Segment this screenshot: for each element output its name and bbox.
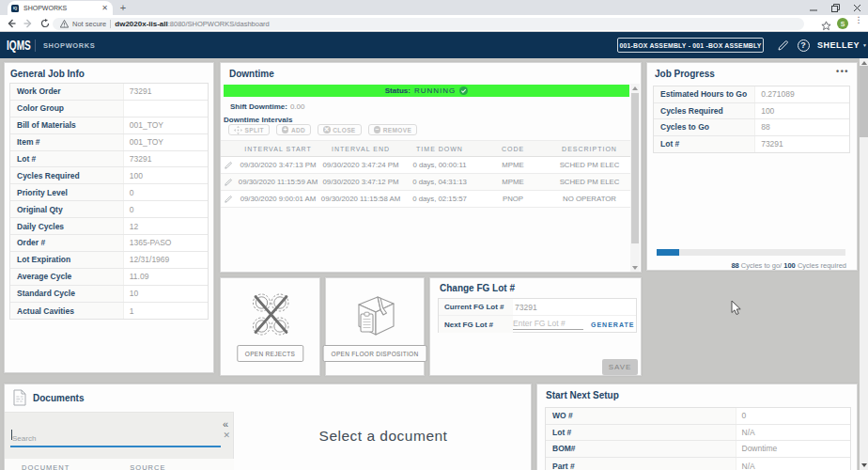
- progress-bar-fill: [657, 249, 679, 256]
- browser-tab-strip: IQ SHOPWORKS ✕ +: [0, 0, 868, 15]
- current-fg-lot-row: Current FG Lot # 73291: [439, 299, 636, 316]
- collapse-sidebar-icon[interactable]: «: [223, 418, 228, 430]
- new-tab-button[interactable]: +: [118, 4, 128, 13]
- search-row: ✕: [10, 428, 221, 447]
- job-progress-panel: Job Progress ••• Estimated Hours to Go0.…: [646, 62, 858, 271]
- table-row: Standard Cycle10: [10, 286, 208, 303]
- start-next-setup-title: Start Next Setup: [546, 390, 619, 400]
- table-row: Cycles to Go88: [654, 119, 849, 136]
- browser-tab[interactable]: IQ SHOPWORKS ✕: [8, 1, 113, 15]
- remove-button[interactable]: −REMOVE: [368, 124, 418, 135]
- minus-circle-icon: −: [374, 126, 381, 133]
- logo-divider: [35, 39, 36, 52]
- warning-icon: [60, 20, 69, 28]
- split-icon: [234, 126, 242, 134]
- user-menu[interactable]: SHELLEY ▼: [817, 39, 867, 52]
- documents-column-headers: DOCUMENT SOURCE: [5, 459, 234, 470]
- save-button[interactable]: SAVE: [602, 359, 638, 375]
- refresh-icon[interactable]: [38, 16, 53, 31]
- tab-close-icon[interactable]: ✕: [101, 5, 108, 12]
- add-button[interactable]: +ADD: [276, 124, 311, 135]
- rejects-gears-icon: [249, 290, 292, 343]
- document-icon: [13, 389, 26, 410]
- table-row: Lot #N/A: [546, 425, 850, 442]
- close-button[interactable]: ✕CLOSE: [318, 124, 361, 135]
- scroll-up-icon[interactable]: [630, 84, 640, 92]
- table-row: Estimated Hours to Go0.271089: [654, 86, 849, 103]
- downtime-scrollbar[interactable]: [630, 84, 640, 272]
- edit-pencil-icon[interactable]: [221, 196, 236, 203]
- tab-title: SHOPWORKS: [23, 5, 101, 11]
- clear-search-icon[interactable]: ✕: [223, 431, 230, 440]
- panel-menu-icon[interactable]: •••: [836, 67, 849, 76]
- window-controls: [803, 0, 868, 15]
- fg-lot-form: Current FG Lot # 73291 Next FG Lot # GEN…: [438, 298, 637, 333]
- shift-downtime: Shift Downtime:0.00: [230, 102, 304, 111]
- url-path[interactable]: :8080/SHOPWORKS/dashboard: [168, 20, 270, 28]
- favicon-icon: IQ: [11, 5, 19, 12]
- change-fg-lot-title: Change FG Lot #: [440, 283, 515, 293]
- box-icon: [349, 290, 400, 345]
- table-row: Original Qty0: [10, 201, 208, 218]
- window-close-icon[interactable]: [846, 0, 868, 15]
- general-job-info-title: General Job Info: [10, 69, 85, 79]
- page-scrollbar-thumb[interactable]: [860, 66, 868, 137]
- page-scroll-up-icon[interactable]: [860, 58, 868, 67]
- floor-disposition-card: OPEN FLOOR DISPOSITION: [325, 277, 425, 376]
- progress-text: 88 Cycles to go/ 100 Cycles required: [731, 261, 846, 270]
- table-row: Average Cycle11.09: [10, 269, 208, 286]
- generate-link[interactable]: GENERATE: [591, 321, 634, 328]
- table-row: Part #N/A: [546, 458, 850, 470]
- open-rejects-button[interactable]: OPEN REJECTS: [237, 345, 303, 362]
- table-row: Lot #73291: [10, 151, 208, 168]
- iqms-logo: IQMS: [7, 38, 23, 53]
- scroll-down-icon[interactable]: [630, 263, 640, 272]
- not-secure-label[interactable]: Not secure: [72, 20, 106, 28]
- text-caret: [11, 430, 12, 440]
- forward-icon[interactable]: [21, 16, 36, 31]
- window-minimize-icon[interactable]: [803, 0, 825, 15]
- back-icon[interactable]: [4, 16, 19, 31]
- table-row: Lot #73291: [654, 136, 849, 153]
- window-restore-icon[interactable]: [825, 0, 846, 15]
- browser-profile-avatar[interactable]: S: [837, 18, 848, 29]
- table-row: BOM#Downtime: [546, 441, 850, 458]
- x-circle-icon: ✕: [323, 126, 331, 133]
- address-bar[interactable]: Not secure dw2020x-iis-all:8080/SHOPWORK…: [53, 18, 804, 30]
- url-host[interactable]: dw2020x-iis-all: [115, 20, 167, 28]
- table-row: Lot Expiration12/31/1969: [10, 252, 208, 269]
- job-progress-title: Job Progress: [655, 69, 715, 79]
- user-name: SHELLEY: [817, 40, 860, 50]
- table-row: Bill of Materials001_TOY: [10, 118, 208, 134]
- open-floor-disposition-button[interactable]: OPEN FLOOR DISPOSITION: [323, 345, 427, 362]
- table-row: Color Group: [10, 101, 208, 118]
- general-job-info-panel: General Job Info Work Order73291 Color G…: [4, 62, 214, 373]
- table-row: Cycles Required100: [10, 167, 208, 184]
- downtime-intervals-label: Downtime Intervals: [224, 116, 292, 124]
- document-viewer-placeholder: Select a document: [234, 412, 533, 470]
- page-scrollbar[interactable]: [860, 58, 868, 470]
- edit-pencil-icon[interactable]: [221, 179, 236, 186]
- table-row: Priority Level0: [10, 184, 208, 201]
- next-fg-lot-input[interactable]: [513, 319, 583, 330]
- start-next-setup-table: WO #0 Lot #N/A BOM#Downtime Part #N/A: [545, 407, 851, 470]
- table-row[interactable]: 09/30/2020 9:00:01 AM 09/30/2020 11:15:5…: [221, 191, 631, 208]
- machine-selector-button[interactable]: 001-BOX ASSEMBLY - 001 -BOX ASSEMBLY: [617, 38, 764, 53]
- change-fg-lot-panel: Change FG Lot # Current FG Lot # 73291 N…: [429, 277, 642, 376]
- edit-pencil-icon[interactable]: [221, 162, 236, 169]
- table-row: Cycles Required100: [654, 103, 849, 120]
- scrollbar-thumb[interactable]: [631, 93, 639, 243]
- table-row[interactable]: 09/30/2020 11:15:59 AM 09/30/2020 3:47:1…: [221, 174, 631, 191]
- mouse-cursor: [731, 300, 742, 320]
- browser-menu-icon[interactable]: ⋮: [854, 18, 863, 29]
- search-input[interactable]: [10, 432, 221, 447]
- page-scroll-down-icon[interactable]: [860, 461, 868, 469]
- table-row: WO #0: [546, 408, 850, 425]
- help-icon[interactable]: ?: [797, 39, 810, 52]
- documents-title: Documents: [33, 393, 84, 403]
- table-row[interactable]: 09/30/2020 3:47:13 PM 09/30/2020 3:47:24…: [221, 157, 631, 174]
- edit-pencil-icon[interactable]: [776, 39, 789, 52]
- table-row: Order #1365-PASO: [10, 235, 208, 252]
- split-button[interactable]: SPLIT: [228, 124, 270, 135]
- downtime-title: Downtime: [229, 69, 274, 79]
